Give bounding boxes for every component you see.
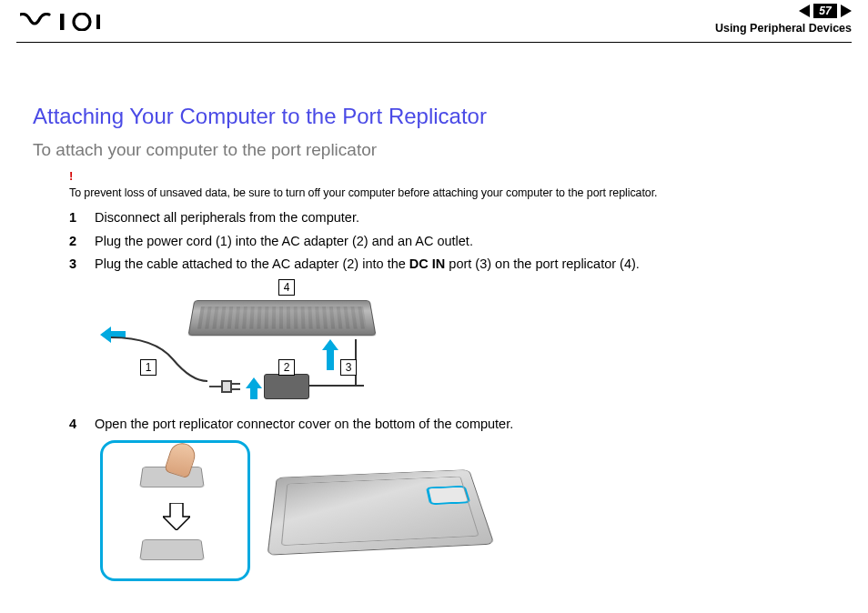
page-title: Attaching Your Computer to the Port Repl… — [33, 104, 835, 129]
callout-1: 1 — [140, 359, 156, 376]
step-number: 1 — [69, 209, 95, 227]
svg-marker-5 — [322, 339, 338, 370]
page-number: 57 — [813, 4, 837, 18]
svg-point-1 — [74, 14, 90, 30]
figure-open-connector-cover — [100, 440, 500, 586]
callout-4: 4 — [278, 279, 295, 296]
header-divider — [16, 42, 852, 43]
warning-note: ! To prevent loss of unsaved data, be su… — [69, 169, 835, 200]
laptop-bottom-illustration — [267, 469, 495, 555]
step-text: Plug the power cord (1) into the AC adap… — [95, 233, 835, 251]
step-text: Open the port replicator connector cover… — [95, 416, 835, 434]
cover-open-illustration — [139, 539, 204, 560]
callout-3: 3 — [340, 359, 357, 376]
step-number: 4 — [69, 416, 95, 434]
step-4: 4 Open the port replicator connector cov… — [69, 416, 835, 434]
vaio-logo — [20, 13, 107, 31]
step-1: 1 Disconnect all peripherals from the co… — [69, 209, 835, 227]
section-label: Using Peripheral Devices — [715, 22, 852, 35]
prev-page-arrow-icon[interactable] — [799, 5, 810, 17]
power-cord-illustration — [100, 332, 218, 396]
warning-text: To prevent loss of unsaved data, be sure… — [69, 186, 657, 199]
svg-marker-4 — [246, 377, 262, 399]
step-number: 2 — [69, 233, 95, 251]
svg-rect-2 — [96, 15, 100, 29]
next-page-arrow-icon[interactable] — [841, 5, 852, 17]
warning-icon: ! — [69, 169, 835, 183]
page-navigation: 57 — [799, 4, 852, 18]
svg-marker-6 — [163, 503, 190, 530]
page-content: Attaching Your Computer to the Port Repl… — [33, 104, 835, 586]
svg-rect-0 — [60, 14, 65, 30]
page-subtitle: To attach your computer to the port repl… — [33, 140, 835, 160]
page-header: 57 Using Peripheral Devices — [0, 0, 868, 44]
step-text: Plug the cable attached to the AC adapte… — [95, 256, 835, 274]
step-3: 3 Plug the cable attached to the AC adap… — [69, 256, 835, 274]
step-2: 2 Plug the power cord (1) into the AC ad… — [69, 233, 835, 251]
plug-illustration — [209, 376, 246, 394]
open-arrow-icon — [163, 503, 190, 530]
port-replicator-illustration — [187, 300, 376, 336]
callout-2: 2 — [278, 359, 295, 376]
step-number: 3 — [69, 256, 95, 274]
ac-adapter-illustration — [264, 374, 309, 399]
arrow-up-icon — [246, 377, 262, 399]
figure-port-replicator-wiring: 4 1 2 3 — [100, 279, 400, 407]
step-text: Disconnect all peripherals from the comp… — [95, 209, 835, 227]
cover-detail-panel — [100, 440, 250, 581]
arrow-up-icon — [322, 339, 338, 370]
